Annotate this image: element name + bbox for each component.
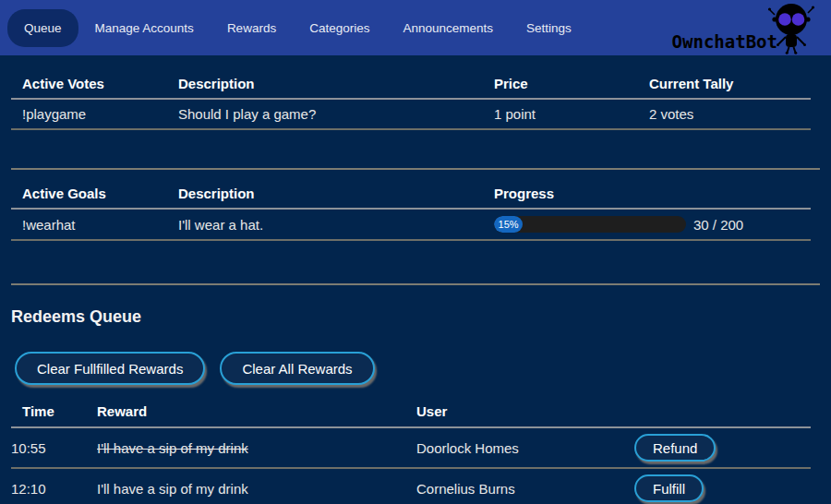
goals-header-name: Active Goals [11, 170, 178, 209]
clear-all-rewards-button[interactable]: Clear All Rewards [220, 352, 374, 385]
vote-description: Should I play a game? [178, 99, 494, 129]
nav-tab-rewards[interactable]: Rewards [211, 9, 293, 47]
vote-price: 1 point [494, 99, 649, 129]
robot-mascot-icon [766, 1, 816, 58]
nav-tab-manage-accounts[interactable]: Manage Accounts [78, 9, 211, 47]
redeem-reward: I'll have a sip of my drink [97, 427, 416, 468]
active-votes-table: Active Votes Description Price Current T… [11, 76, 811, 130]
votes-header-tally: Current Tally [649, 76, 811, 99]
goal-description: I'll wear a hat. [178, 209, 494, 240]
goals-header-row: Active Goals Description Progress [11, 170, 811, 209]
votes-header-name: Active Votes [11, 76, 178, 99]
section-divider [11, 283, 820, 285]
nav-tab-settings[interactable]: Settings [510, 9, 588, 47]
vote-row: !playgame Should I play a game? 1 point … [11, 99, 811, 129]
goals-header-progress: Progress [494, 170, 811, 209]
vote-tally: 2 votes [649, 99, 811, 129]
redeem-reward: I'll have a sip of my drink [97, 468, 416, 504]
redeems-header-user: User [416, 403, 634, 427]
goals-header-description: Description [178, 170, 494, 209]
goal-progress-cell: 15% 30 / 200 [494, 209, 811, 240]
vote-command: !playgame [11, 99, 178, 129]
clear-fulfilled-rewards-button[interactable]: Clear Fullfilled Rewards [15, 352, 205, 385]
main-content: Active Votes Description Price Current T… [11, 76, 820, 504]
progress-bar-fill: 15% [494, 216, 523, 233]
top-navbar: Queue Manage Accounts Rewards Categories… [0, 0, 831, 55]
nav-tab-announcements[interactable]: Announcements [386, 9, 510, 47]
redeems-queue-table: Time Reward User 10:55 I'll have a sip o… [11, 403, 811, 504]
votes-header-price: Price [494, 76, 649, 99]
goal-progress-count: 30 / 200 [693, 217, 743, 233]
redeem-row: 10:55 I'll have a sip of my drink Doorlo… [11, 427, 811, 468]
redeem-user: Cornelius Burns [416, 468, 634, 504]
nav-tab-categories[interactable]: Categories [293, 9, 386, 47]
redeem-action-cell: Fulfill [634, 468, 811, 504]
redeems-header-row: Time Reward User [11, 403, 811, 427]
redeem-time: 10:55 [11, 427, 97, 468]
nav-tab-queue[interactable]: Queue [7, 9, 78, 47]
redeems-actions: Clear Fullfilled Rewards Clear All Rewar… [11, 352, 820, 385]
redeem-time: 12:10 [11, 468, 97, 504]
redeems-header-time: Time [11, 403, 97, 427]
redeem-action-cell: Refund [634, 427, 811, 468]
redeems-queue-title: Redeems Queue [11, 307, 820, 327]
redeem-user: Doorlock Homes [416, 427, 634, 468]
progress-bar-track: 15% [494, 216, 686, 233]
redeems-header-action [634, 403, 811, 427]
fulfill-button[interactable]: Fulfill [634, 474, 704, 502]
goal-command: !wearhat [11, 209, 178, 240]
votes-header-description: Description [178, 76, 494, 99]
goal-row: !wearhat I'll wear a hat. 15% 30 / 200 [11, 209, 811, 240]
votes-header-row: Active Votes Description Price Current T… [11, 76, 811, 99]
active-goals-table: Active Goals Description Progress !wearh… [11, 170, 811, 241]
refund-button[interactable]: Refund [634, 434, 716, 462]
redeem-row: 12:10 I'll have a sip of my drink Cornel… [11, 468, 811, 504]
app-logo-text: OwnchatBot [672, 31, 777, 52]
redeems-header-reward: Reward [97, 403, 416, 427]
